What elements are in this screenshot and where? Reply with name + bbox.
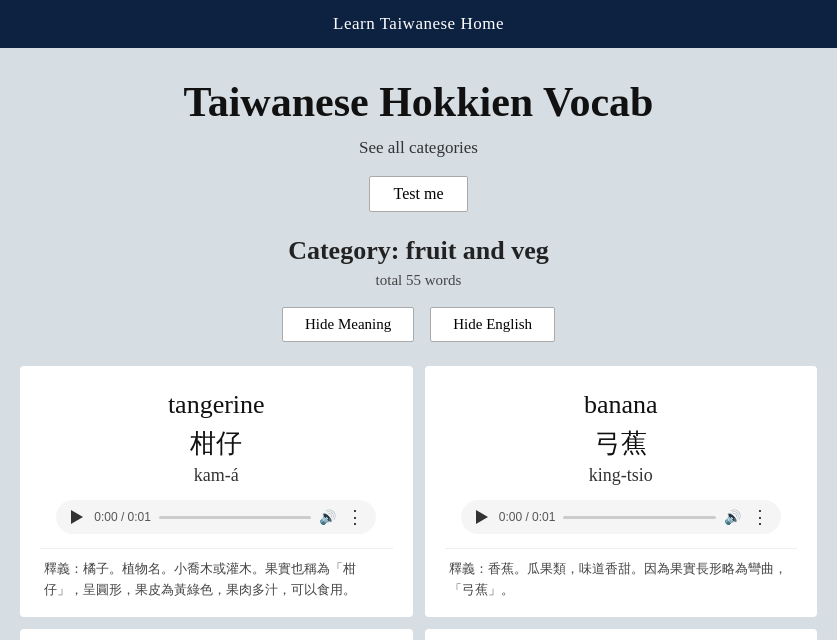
main-content: Taiwanese Hokkien Vocab See all categori… <box>0 48 837 640</box>
vocab-card-strawberry: strawberry 草莓 0:00 / 0:01 🔊 ⋮ <box>425 629 818 640</box>
audio-progress-banana[interactable] <box>563 516 715 519</box>
volume-icon-banana[interactable]: 🔊 <box>724 509 741 526</box>
top-navigation: Learn Taiwanese Home <box>0 0 837 48</box>
audio-progress-tangerine[interactable] <box>159 516 311 519</box>
category-title: Category: fruit and veg <box>20 236 817 266</box>
card-definition-banana: 釋義：香蕉。瓜果類，味道香甜。因為果實長形略為彎曲，「弓蕉」。 <box>445 548 798 601</box>
audio-player-tangerine: 0:00 / 0:01 🔊 ⋮ <box>56 500 376 534</box>
audio-time-tangerine: 0:00 / 0:01 <box>94 510 151 524</box>
hide-english-button[interactable]: Hide English <box>430 307 555 342</box>
vocab-card-tangerine: tangerine 柑仔 kam-á 0:00 / 0:01 🔊 ⋮ 釋義：橘子… <box>20 366 413 617</box>
play-icon-banana <box>476 510 488 524</box>
card-romanization-banana: king-tsio <box>445 465 798 486</box>
vocab-card-grape: grape 葡萄 0:00 / 0:01 🔊 ⋮ <box>20 629 413 640</box>
play-icon-tangerine <box>71 510 83 524</box>
nav-home-link[interactable]: Learn Taiwanese Home <box>333 14 504 33</box>
audio-time-banana: 0:00 / 0:01 <box>499 510 556 524</box>
toggle-buttons-container: Hide Meaning Hide English <box>20 307 817 342</box>
play-button-banana[interactable] <box>473 508 491 526</box>
card-english-banana: banana <box>445 390 798 420</box>
card-english-tangerine: tangerine <box>40 390 393 420</box>
vocab-card-banana: banana 弓蕉 king-tsio 0:00 / 0:01 🔊 ⋮ 釋義：香… <box>425 366 818 617</box>
card-chinese-tangerine: 柑仔 <box>40 426 393 461</box>
total-words-label: total 55 words <box>20 272 817 289</box>
volume-icon-tangerine[interactable]: 🔊 <box>319 509 336 526</box>
audio-player-banana: 0:00 / 0:01 🔊 ⋮ <box>461 500 781 534</box>
hide-meaning-button[interactable]: Hide Meaning <box>282 307 414 342</box>
card-chinese-banana: 弓蕉 <box>445 426 798 461</box>
test-me-button[interactable]: Test me <box>369 176 469 212</box>
more-options-icon-tangerine[interactable]: ⋮ <box>346 506 364 528</box>
play-button-tangerine[interactable] <box>68 508 86 526</box>
card-romanization-tangerine: kam-á <box>40 465 393 486</box>
more-options-icon-banana[interactable]: ⋮ <box>751 506 769 528</box>
see-all-categories-link[interactable]: See all categories <box>20 138 817 158</box>
page-title: Taiwanese Hokkien Vocab <box>20 78 817 126</box>
card-definition-tangerine: 釋義：橘子。植物名。小喬木或灌木。果實也稱為「柑仔」，呈圓形，果皮為黃綠色，果肉… <box>40 548 393 601</box>
cards-grid: tangerine 柑仔 kam-á 0:00 / 0:01 🔊 ⋮ 釋義：橘子… <box>20 366 817 640</box>
